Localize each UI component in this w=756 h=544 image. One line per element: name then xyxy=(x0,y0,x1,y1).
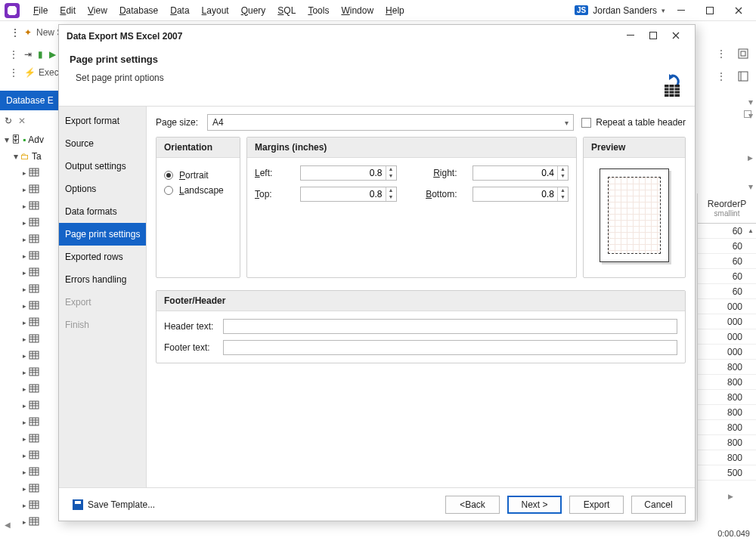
nav-export-format[interactable]: Export format xyxy=(59,110,146,132)
refresh-icon[interactable]: ↻ xyxy=(5,116,12,126)
svg-rect-112 xyxy=(739,49,748,58)
tree-table-row[interactable]: ▸ xyxy=(3,198,60,215)
tree-table-row[interactable]: ▸ xyxy=(3,481,60,497)
tree-table-row[interactable]: ▸ xyxy=(3,215,60,231)
grid-cell[interactable]: 60 xyxy=(698,269,756,284)
dialog-maximize-button[interactable] xyxy=(642,31,665,42)
tree-table-row[interactable]: ▸ xyxy=(3,397,60,414)
nav-exported-rows[interactable]: Exported rows xyxy=(59,246,146,268)
window-close-button[interactable] xyxy=(726,2,751,19)
tree-table-row[interactable]: ▸ xyxy=(3,165,60,181)
grid-cell[interactable]: 800 xyxy=(698,360,756,375)
menu-window[interactable]: Window xyxy=(335,2,380,19)
grid-cell[interactable]: 800 xyxy=(698,420,756,435)
tree-table-row[interactable]: ▸ xyxy=(3,464,60,481)
tree-scroll-left[interactable]: ◀ xyxy=(5,521,11,529)
export-button[interactable]: Export xyxy=(569,496,624,514)
next-button[interactable]: Next > xyxy=(507,496,562,514)
tree-table-row[interactable]: ▸ xyxy=(3,264,60,281)
toolbar-icon[interactable]: ⇥ xyxy=(24,49,32,60)
menu-tools[interactable]: Tools xyxy=(302,2,335,19)
menu-data[interactable]: Data xyxy=(164,2,195,19)
grid-cell[interactable]: 000 xyxy=(698,329,756,345)
nav-options[interactable]: Options xyxy=(59,178,146,200)
layout-icon-2[interactable] xyxy=(738,71,748,82)
menu-edit[interactable]: Edit xyxy=(54,2,82,19)
nav-page-print-settings[interactable]: Page print settings xyxy=(59,223,146,246)
close-icon[interactable]: ✕ xyxy=(18,116,26,126)
table-icon xyxy=(29,450,39,462)
header-text-input[interactable] xyxy=(223,319,677,334)
dialog-minimize-button[interactable] xyxy=(619,31,642,42)
margin-right-spin[interactable]: ▲▼ xyxy=(472,165,569,181)
grid-cell[interactable]: 800 xyxy=(698,390,756,405)
margin-left-input入[interactable]: ▲▼ xyxy=(300,165,397,181)
tree-table-row[interactable]: ▸ xyxy=(3,497,60,514)
grid-cell[interactable]: 60 xyxy=(698,284,756,299)
menu-sql[interactable]: SQL xyxy=(271,2,302,19)
margin-right-input[interactable] xyxy=(473,168,569,178)
save-template-button[interactable]: Save Template... xyxy=(68,498,160,512)
menu-query[interactable]: Query xyxy=(235,2,272,19)
split-icon[interactable] xyxy=(744,110,751,118)
grid-cell[interactable]: 000 xyxy=(698,299,756,314)
grid-cell[interactable]: 800 xyxy=(698,450,756,465)
tree-table-row[interactable]: ▸ xyxy=(3,231,60,248)
tree-table-row[interactable]: ▸ xyxy=(3,331,60,348)
orientation-portrait-radio[interactable]: Portrait xyxy=(164,170,232,181)
window-maximize-button[interactable] xyxy=(697,2,723,19)
nav-source[interactable]: Source xyxy=(59,132,146,155)
grid-cell[interactable]: 000 xyxy=(698,345,756,360)
play-icon[interactable]: ▶ xyxy=(49,49,56,60)
margin-bottom-input[interactable] xyxy=(473,189,569,199)
margin-left-input[interactable] xyxy=(301,168,396,178)
window-minimize-button[interactable] xyxy=(668,2,694,19)
margin-bottom-spin[interactable]: ▲▼ xyxy=(472,187,569,202)
page-size-select[interactable]: A4 xyxy=(207,114,574,131)
nav-output-settings[interactable]: Output settings xyxy=(59,155,146,178)
tree-table-row[interactable]: ▸ xyxy=(3,281,60,298)
tree-db-root[interactable]: ▾ 🗄 ▪ Adv xyxy=(3,131,60,148)
menu-database[interactable]: Database xyxy=(113,2,164,19)
orientation-landscape-radio[interactable]: Landscape xyxy=(164,185,232,196)
tree-table-row[interactable]: ▸ xyxy=(3,431,60,447)
tree-table-row[interactable]: ▸ xyxy=(3,414,60,431)
grid-cell[interactable]: 800 xyxy=(698,405,756,420)
tree-table-row[interactable]: ▸ xyxy=(3,447,60,464)
footer-text-label: Footer text: xyxy=(164,342,217,353)
menu-view[interactable]: View xyxy=(82,2,113,19)
tree-tables-node[interactable]: ▾ 🗀 Ta xyxy=(3,148,60,165)
tree-table-row[interactable]: ▸ xyxy=(3,248,60,264)
tree-table-row[interactable]: ▸ xyxy=(3,381,60,397)
tree-table-row[interactable]: ▸ xyxy=(3,348,60,364)
nav-errors-handling[interactable]: Errors handling xyxy=(59,268,146,291)
dialog-close-button[interactable] xyxy=(665,31,687,42)
margin-top-input[interactable] xyxy=(301,189,396,199)
repeat-header-checkbox[interactable]: Repeat a table header xyxy=(581,117,686,128)
grid-cell[interactable]: 500 xyxy=(698,465,756,481)
grid-cell[interactable]: 60 xyxy=(698,239,756,254)
layout-icon-1[interactable] xyxy=(738,48,748,59)
tree-table-row[interactable]: ▸ xyxy=(3,514,60,530)
column-header[interactable]: ReorderP smallint xyxy=(698,193,756,224)
table-icon xyxy=(29,283,39,296)
nav-data-formats[interactable]: Data formats xyxy=(59,200,146,223)
tree-table-row[interactable]: ▸ xyxy=(3,314,60,331)
back-button[interactable]: < Back xyxy=(445,496,500,514)
run-icon[interactable]: ▮ xyxy=(38,49,43,60)
cancel-button[interactable]: Cancel xyxy=(631,496,686,514)
margin-top-spin[interactable]: ▲▼ xyxy=(300,187,397,202)
menu-file[interactable]: File xyxy=(27,2,54,19)
tree-table-row[interactable]: ▸ xyxy=(3,364,60,381)
grid-cell[interactable]: 000 xyxy=(698,314,756,329)
tree-table-row[interactable]: ▸ xyxy=(3,298,60,314)
grid-cell[interactable]: 60 xyxy=(698,254,756,269)
grid-cell[interactable]: 60 xyxy=(698,224,756,239)
grid-cell[interactable]: 800 xyxy=(698,375,756,390)
grid-cell[interactable]: 800 xyxy=(698,435,756,450)
footer-text-input[interactable] xyxy=(223,340,677,355)
tree-table-row[interactable]: ▸ xyxy=(3,181,60,198)
user-menu[interactable]: JS Jordan Sanders ▾ xyxy=(575,5,665,16)
menu-layout[interactable]: Layout xyxy=(196,2,235,19)
menu-help[interactable]: Help xyxy=(380,2,411,19)
